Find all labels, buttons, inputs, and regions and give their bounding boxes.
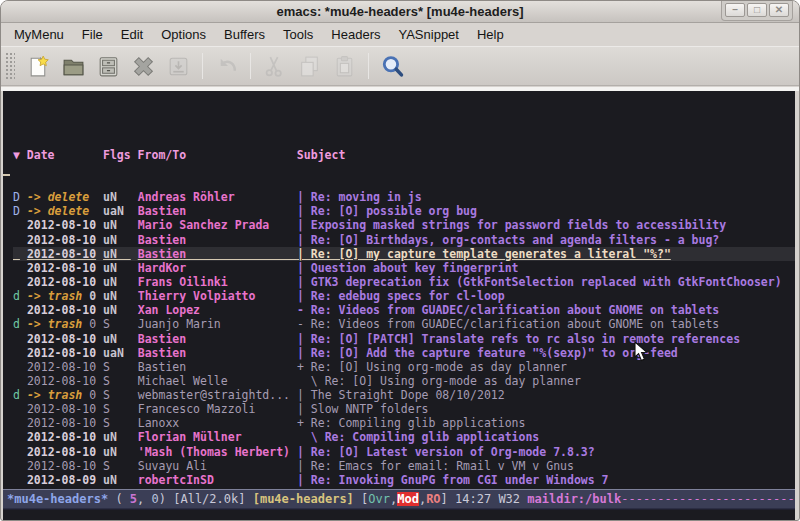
modeline-segment-dashes: ---------------------------------------- — [621, 492, 795, 506]
save-buffer-icon — [165, 52, 193, 80]
menu-headers[interactable]: Headers — [322, 24, 389, 45]
message-row[interactable]: 2012-08-10 S Lanoxx + Re: Compiling glib… — [13, 416, 795, 430]
menu-mymenu[interactable]: MyMenu — [5, 24, 73, 45]
minibuffer[interactable] — [3, 510, 795, 520]
toolbar-separator — [250, 53, 251, 79]
message-row[interactable]: 2012-08-10 uN Bastien | Re: [O] [PATCH] … — [13, 332, 795, 346]
modeline-segment-plain: ) [All/2.0k] — [159, 492, 253, 506]
message-row[interactable]: 2012-08-10 S Bastien + Re: [O] Using org… — [13, 360, 795, 374]
modeline: *mu4e-headers* ( 5, 0) [All/2.0k] [mu4e-… — [3, 489, 795, 510]
modeline-segment-mode: [mu4e-headers] — [253, 492, 354, 506]
message-row[interactable]: 2012-08-10 uN 'Mash (Thomas Herbert) | R… — [13, 445, 795, 459]
close-buffer-icon[interactable] — [130, 52, 158, 80]
modeline-segment-plain: ( — [108, 492, 130, 506]
message-row[interactable]: 2012-08-10 uN Frans Oilinki | GTK3 depre… — [13, 275, 795, 289]
modeline-segment-plain: 14:27 W32 — [455, 492, 527, 506]
message-row[interactable]: 2012-08-10 S Michael Welle \ Re: [O] Usi… — [13, 374, 795, 388]
message-row[interactable]: d -> trash 0 uN Thierry Volpiatto | Re: … — [13, 289, 795, 303]
modeline-segment-count-a: 5 — [130, 492, 137, 506]
headers-column-header[interactable]: ▼ Date Flgs From/To Subject — [13, 148, 795, 162]
message-row[interactable]: 2012-08-10 uN Florian Müllner \ Re: Comp… — [13, 430, 795, 444]
message-row[interactable]: 2012-08-10 S Suvayu Ali | Re: Emacs for … — [13, 459, 795, 473]
window-controls: –□✕ — [721, 1, 793, 21]
modeline-segment-count-b: 0 — [152, 492, 159, 506]
menu-file[interactable]: File — [73, 24, 112, 45]
modeline-segment-plain: , — [137, 492, 151, 506]
dired-icon[interactable] — [95, 52, 123, 80]
message-row[interactable]: 2012-08-09 uN robertcInSD | Re: Invoking… — [13, 473, 795, 487]
maximize-button[interactable]: □ — [747, 3, 767, 17]
modeline-segment-buffer-name: *mu4e-headers* — [7, 492, 108, 506]
message-row-current[interactable]: 2012-08-10 uN Bastien | Re: [O] my captu… — [13, 247, 795, 261]
titlebar[interactable]: emacs: *mu4e-headers* [mu4e-headers] –□✕ — [1, 1, 799, 23]
message-row[interactable]: 2012-08-10 uN HardKor | Question about k… — [13, 261, 795, 275]
modeline-segment-ovr: Ovr — [368, 492, 390, 506]
mu4e-headers-buffer[interactable]: ▼ Date Flgs From/To Subject D -> delete … — [3, 91, 795, 489]
message-row[interactable]: 2012-08-10 uN Bastien | Re: [O] Birthday… — [13, 233, 795, 247]
new-file-icon[interactable] — [25, 52, 53, 80]
toolbar-drag-handle[interactable] — [5, 52, 15, 80]
message-row[interactable]: D -> delete uaN Bastien | Re: [O] possib… — [13, 204, 795, 218]
menu-buffers[interactable]: Buffers — [215, 24, 274, 45]
cut-icon — [261, 52, 289, 80]
menu-yasnippet[interactable]: YASnippet — [389, 24, 467, 45]
minimize-button[interactable]: – — [725, 3, 745, 17]
message-row[interactable]: 2012-08-10 uN Mario Sanchez Prada | Expo… — [13, 218, 795, 232]
toolbar-separator — [202, 53, 203, 79]
modeline-segment-ro: RO — [426, 492, 440, 506]
message-row[interactable]: d -> trash 0 S webmaster@straightd... | … — [13, 388, 795, 402]
menubar: MyMenuFileEditOptionsBuffersToolsHeaders… — [1, 23, 799, 46]
message-row[interactable]: 2012-08-10 uN Xan Lopez - Re: Videos fro… — [13, 303, 795, 317]
window-title: emacs: *mu4e-headers* [mu4e-headers] — [276, 4, 523, 19]
menu-help[interactable]: Help — [468, 24, 513, 45]
undo-icon — [213, 52, 241, 80]
close-button[interactable]: ✕ — [769, 3, 789, 17]
toolbar-separator — [368, 53, 369, 79]
toolbar — [1, 46, 799, 86]
menu-edit[interactable]: Edit — [112, 24, 152, 45]
emacs-window: emacs: *mu4e-headers* [mu4e-headers] –□✕… — [0, 0, 800, 521]
search-icon[interactable] — [379, 52, 407, 80]
message-row[interactable]: d -> trash 0 S Juanjo Marin - Re: Videos… — [13, 317, 795, 331]
current-line-fringe-marker — [3, 174, 10, 176]
copy-icon — [296, 52, 324, 80]
modeline-segment-maildir: maildir:/bulk — [527, 492, 621, 506]
menu-tools[interactable]: Tools — [274, 24, 322, 45]
message-row[interactable]: 2012-08-10 uaN Bastien | Re: [O] Add the… — [13, 346, 795, 360]
modeline-segment-mod: Mod — [397, 492, 419, 506]
modeline-segment-plain: ] — [441, 492, 455, 506]
message-row[interactable]: 2012-08-10 S Francesco Mazzoli | Slow NN… — [13, 402, 795, 416]
menu-options[interactable]: Options — [152, 24, 215, 45]
modeline-segment-plain: [ — [354, 492, 368, 506]
paste-icon — [331, 52, 359, 80]
open-file-icon[interactable] — [60, 52, 88, 80]
message-row[interactable]: D -> delete uN Andreas Röhler | Re: movi… — [13, 190, 795, 204]
